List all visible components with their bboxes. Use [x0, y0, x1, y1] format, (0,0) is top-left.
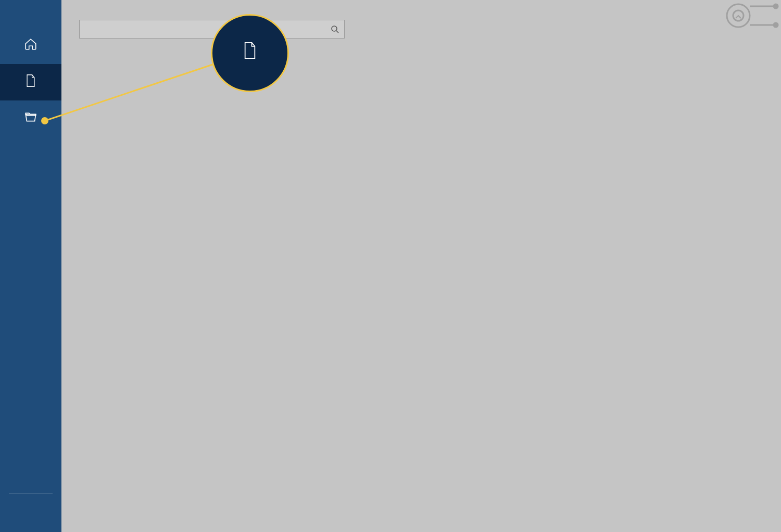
svg-point-3 [774, 4, 778, 8]
template-search-input[interactable] [80, 25, 325, 33]
sidebar-account[interactable] [0, 498, 61, 509]
sidebar-options[interactable] [0, 521, 61, 532]
callout-circle [211, 14, 289, 92]
sidebar-feedback[interactable] [0, 509, 61, 521]
callout-anchor-dot [41, 117, 48, 124]
new-document-icon [243, 41, 257, 60]
folder-open-icon [24, 110, 37, 124]
template-search-bar [79, 20, 345, 39]
backstage-sidebar [0, 0, 61, 532]
sidebar-item-open[interactable] [0, 100, 61, 137]
app-name [0, 0, 61, 28]
svg-point-6 [332, 26, 337, 31]
sidebar-item-home[interactable] [0, 28, 61, 64]
main-panel [61, 0, 781, 532]
svg-point-5 [774, 23, 778, 27]
suggested-searches [79, 43, 765, 50]
corner-decoration-icon [719, 0, 781, 36]
search-icon [331, 25, 339, 33]
new-document-icon [24, 74, 37, 87]
sidebar-item-new[interactable] [0, 64, 61, 100]
search-button[interactable] [325, 20, 344, 38]
home-icon [24, 37, 37, 51]
svg-line-7 [336, 31, 338, 33]
